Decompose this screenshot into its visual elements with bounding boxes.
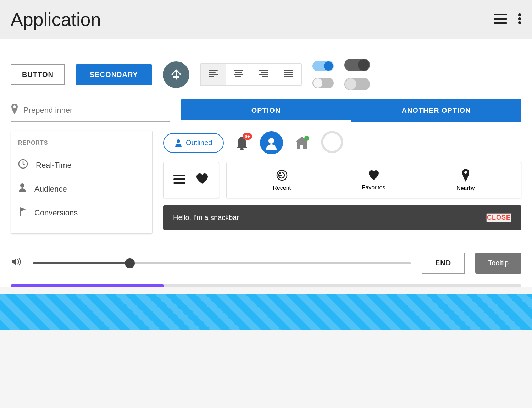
user-avatar[interactable] — [260, 131, 283, 154]
small-toggle-group — [312, 61, 334, 88]
svg-rect-18 — [262, 76, 268, 77]
row1-controls: BUTTON SECONDARY — [11, 50, 521, 99]
realtime-label: Real-Time — [36, 161, 72, 170]
svg-rect-21 — [284, 74, 293, 75]
notification-badge: 9+ — [243, 133, 252, 140]
svg-rect-15 — [259, 70, 268, 71]
align-justify-button[interactable] — [276, 64, 301, 85]
svg-rect-19 — [284, 70, 293, 71]
nav-item-recent[interactable]: Recent — [273, 169, 291, 191]
svg-rect-14 — [235, 76, 241, 77]
svg-rect-22 — [284, 76, 293, 77]
row2-input-tabs: OPTION ANOTHER OPTION — [11, 99, 521, 131]
audience-label: Audience — [34, 184, 67, 194]
svg-point-4 — [518, 17, 521, 20]
row3-bottom: Recent Favorites — [163, 162, 521, 198]
heart-icon[interactable] — [195, 173, 209, 188]
icon-card — [163, 162, 219, 198]
snackbar: Hello, I'm a snackbar CLOSE — [163, 205, 521, 230]
svg-line-25 — [23, 164, 25, 165]
reports-card: REPORTS Real-Time Audience Conversions — [11, 131, 153, 234]
tab-another-option[interactable]: ANOTHER OPTION — [351, 99, 521, 122]
location-icon — [11, 104, 18, 117]
row4-slider: END Tooltip — [11, 243, 521, 281]
svg-rect-2 — [494, 22, 507, 24]
purple-progress-bar — [11, 284, 521, 287]
svg-rect-20 — [284, 72, 293, 73]
prepend-inner-input[interactable] — [23, 106, 170, 115]
notification-bell[interactable]: 9+ — [234, 135, 249, 151]
nav-label-nearby: Nearby — [456, 185, 475, 192]
svg-point-26 — [20, 183, 24, 188]
svg-rect-8 — [209, 72, 216, 73]
svg-point-31 — [322, 132, 342, 152]
svg-rect-16 — [261, 72, 268, 73]
conversions-label: Conversions — [34, 208, 78, 217]
svg-rect-1 — [494, 18, 507, 20]
purple-progress-fill — [11, 284, 164, 287]
recent-icon — [276, 169, 288, 183]
app-header: Application — [0, 0, 532, 39]
snackbar-close-button[interactable]: CLOSE — [486, 213, 511, 222]
volume-slider[interactable] — [33, 262, 411, 264]
reports-label: REPORTS — [18, 140, 145, 146]
outlined-button[interactable]: Outlined — [163, 133, 224, 153]
text-align-group — [200, 63, 302, 86]
slider-wrapper — [33, 262, 411, 264]
primary-button[interactable]: BUTTON — [11, 64, 65, 85]
nav-item-nearby[interactable]: Nearby — [456, 169, 475, 192]
circular-progress — [321, 131, 344, 155]
menu-icon[interactable] — [494, 14, 507, 26]
clock-icon — [18, 159, 28, 171]
favorites-icon — [368, 170, 380, 182]
row5-progress — [11, 281, 521, 287]
svg-point-3 — [518, 13, 521, 16]
main-content: BUTTON SECONDARY — [0, 39, 532, 287]
nav-item-favorites[interactable]: Favorites — [362, 170, 386, 191]
align-right-button[interactable] — [251, 64, 276, 85]
svg-rect-11 — [234, 70, 243, 71]
large-toggle-group — [344, 59, 370, 90]
nav-label-favorites: Favorites — [362, 184, 386, 191]
person-icon — [18, 183, 27, 195]
svg-point-30 — [268, 138, 274, 144]
snackbar-message: Hello, I'm a snackbar — [173, 214, 239, 222]
tab-option[interactable]: OPTION — [181, 99, 351, 122]
secondary-button[interactable]: SECONDARY — [76, 64, 152, 85]
svg-rect-6 — [173, 76, 179, 78]
home-icon-wrapper[interactable] — [294, 135, 310, 151]
svg-rect-13 — [234, 74, 243, 75]
toggle-off[interactable] — [312, 78, 334, 88]
svg-point-28 — [177, 139, 180, 143]
row3-top: Outlined 9+ — [163, 131, 521, 155]
striped-progress-bar — [0, 294, 532, 330]
svg-rect-27 — [20, 207, 21, 216]
reports-item-audience[interactable]: Audience — [18, 177, 145, 201]
svg-rect-10 — [209, 76, 214, 77]
svg-rect-29 — [240, 148, 244, 150]
tooltip-button[interactable]: Tooltip — [475, 253, 521, 274]
svg-rect-17 — [259, 74, 268, 75]
menu-lines-icon[interactable] — [173, 174, 185, 186]
svg-rect-9 — [209, 74, 218, 75]
fab-button[interactable] — [163, 61, 189, 88]
align-left-button[interactable] — [201, 64, 226, 85]
flag-icon — [18, 206, 27, 219]
end-button[interactable]: END — [422, 253, 465, 274]
reports-item-realtime[interactable]: Real-Time — [18, 153, 145, 177]
nearby-icon — [461, 169, 471, 183]
toggle-on[interactable] — [312, 61, 334, 71]
app-title: Application — [11, 9, 101, 30]
tab-group: OPTION ANOTHER OPTION — [181, 99, 521, 122]
prepend-input-wrapper — [11, 99, 170, 122]
more-vert-icon[interactable] — [518, 13, 521, 26]
svg-rect-7 — [209, 70, 218, 71]
svg-rect-33 — [173, 175, 185, 176]
toggle-large-on[interactable] — [344, 59, 370, 71]
svg-rect-35 — [173, 182, 185, 184]
reports-item-conversions[interactable]: Conversions — [18, 201, 145, 225]
toggle-large-off[interactable] — [344, 78, 370, 90]
align-center-button[interactable] — [226, 64, 251, 85]
volume-icon — [11, 257, 22, 269]
header-icons — [494, 13, 521, 26]
